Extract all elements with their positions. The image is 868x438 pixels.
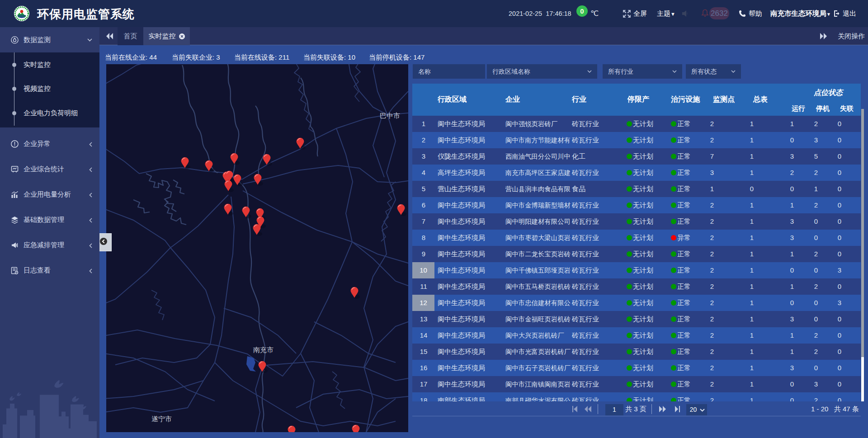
svg-text:南充市: 南充市 bbox=[253, 346, 274, 353]
svg-text:巴中市: 巴中市 bbox=[380, 112, 400, 119]
svg-text:遂宁市: 遂宁市 bbox=[151, 415, 172, 423]
